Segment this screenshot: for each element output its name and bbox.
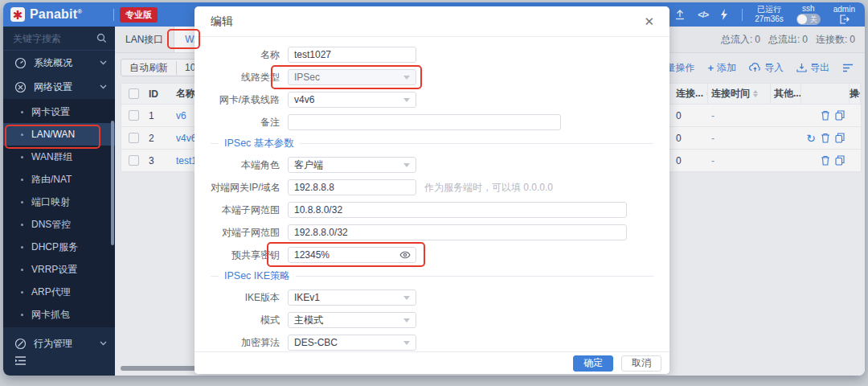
field-ike-version: IKE版本 IKEv1 <box>211 290 653 306</box>
cancel-button[interactable]: 取消 <box>621 355 661 372</box>
field-label: 名称 <box>211 48 288 62</box>
chevron-down-icon <box>403 296 410 300</box>
select-value: 客户端 <box>294 158 323 172</box>
section-title: IPSec IKE策略 <box>224 269 290 283</box>
field-psk: 预共享密钥 <box>211 247 653 263</box>
field-label: 本端角色 <box>211 158 288 172</box>
field-gateway: 对端网关IP/域名 作为服务端时，可以填 0.0.0.0 <box>211 179 653 195</box>
field-label: 对端网关IP/域名 <box>211 181 288 195</box>
edit-dialog: 编辑 ✕ 名称 线路类型 IPSec 网卡/承载线路 v4v6 备注 IPSec… <box>194 6 669 374</box>
select-value: IKEv1 <box>294 292 320 303</box>
field-label: 网卡/承载线路 <box>211 93 288 107</box>
dialog-footer: 确定 取消 <box>194 351 669 374</box>
role-select[interactable]: 客户端 <box>288 157 416 173</box>
field-label: 线路类型 <box>211 71 288 84</box>
field-label: 加密算法 <box>211 336 288 350</box>
ike-cipher-select[interactable]: DES-CBC <box>288 335 416 351</box>
eye-icon[interactable] <box>399 251 411 259</box>
confirm-button[interactable]: 确定 <box>573 355 613 372</box>
field-role: 本端角色 客户端 <box>211 157 653 173</box>
select-value: DES-CBC <box>294 337 338 348</box>
dialog-header: 编辑 ✕ <box>194 6 669 37</box>
field-label: 模式 <box>211 314 288 327</box>
section-ike-policy: IPSec IKE策略 <box>211 269 653 283</box>
field-label: 预共享密钥 <box>211 248 288 262</box>
ike-version-select[interactable]: IKEv1 <box>288 290 416 306</box>
section-basic-params: IPSec 基本参数 <box>211 137 653 150</box>
field-label: 备注 <box>211 116 288 129</box>
ike-mode-select[interactable]: 主模式 <box>288 312 416 328</box>
field-label: 对端子网范围 <box>211 226 288 240</box>
psk-input[interactable] <box>288 247 416 263</box>
field-ike-cipher: 加密算法 DES-CBC <box>211 335 653 351</box>
section-title: IPSec 基本参数 <box>224 137 294 150</box>
gateway-hint: 作为服务端时，可以填 0.0.0.0 <box>424 181 553 195</box>
dialog-body: 名称 线路类型 IPSec 网卡/承载线路 v4v6 备注 IPSec 基本参数… <box>194 37 669 351</box>
field-name: 名称 <box>211 47 653 63</box>
line-type-select[interactable]: IPSec <box>288 69 416 85</box>
note-input[interactable] <box>288 114 561 130</box>
dialog-title: 编辑 <box>211 14 233 29</box>
chevron-down-icon <box>403 98 410 102</box>
chevron-down-icon <box>403 318 410 322</box>
field-local-subnet: 本端子网范围 <box>211 202 653 218</box>
chevron-down-icon <box>403 341 410 345</box>
name-input[interactable] <box>288 47 416 63</box>
field-peer-subnet: 对端子网范围 <box>211 224 653 240</box>
field-line-type: 线路类型 IPSec <box>211 69 653 85</box>
local-subnet-input[interactable] <box>288 202 627 218</box>
gateway-input[interactable] <box>288 179 416 195</box>
select-value: 主模式 <box>294 314 323 327</box>
chevron-down-icon <box>403 76 410 80</box>
field-carrier: 网卡/承载线路 v4v6 <box>211 92 653 108</box>
select-value: IPSec <box>294 72 320 83</box>
carrier-select[interactable]: v4v6 <box>288 92 416 108</box>
chevron-down-icon <box>403 163 410 167</box>
field-label: IKE版本 <box>211 291 288 305</box>
app-window: ✱ Panabit® 专业版 </> 已运行 27m36s ssh 关 admi… <box>3 2 865 376</box>
field-label: 本端子网范围 <box>211 203 288 217</box>
peer-subnet-input[interactable] <box>288 224 627 240</box>
select-value: v4v6 <box>294 94 314 105</box>
field-note: 备注 <box>211 114 653 130</box>
close-icon[interactable]: ✕ <box>640 13 658 31</box>
field-ike-mode: 模式 主模式 <box>211 312 653 328</box>
